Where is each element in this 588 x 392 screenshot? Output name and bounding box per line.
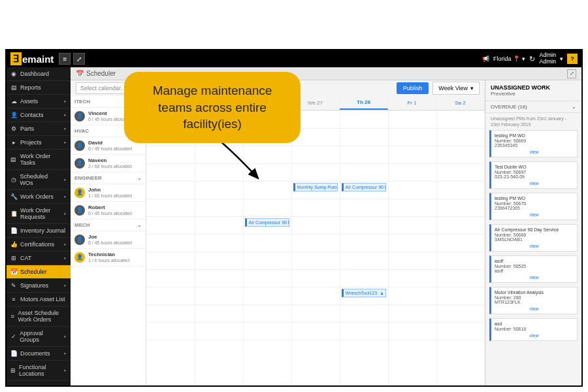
nav-work-order-requests[interactable]: 📋Work Order Requests▸ xyxy=(7,204,71,224)
nav-signatures[interactable]: ✎Signatures▸ xyxy=(7,279,71,293)
calendar-event[interactable]: WrenchTool123 ▲ xyxy=(342,289,387,297)
nav-scheduler[interactable]: 📅Scheduler xyxy=(7,265,71,279)
work-card[interactable]: testing PM WONumber: 506702396472365view xyxy=(489,193,578,220)
nav-icon: ✎ xyxy=(10,282,17,289)
nav-functional-locations[interactable]: ⊞Functional Locations▸ xyxy=(7,361,71,381)
nav-inventory-journal[interactable]: 📄Inventory Journal xyxy=(7,224,71,238)
refresh-icon[interactable]: ↻ xyxy=(529,55,535,63)
chevron-icon: ▸ xyxy=(64,255,67,261)
chevron-icon: ▸ xyxy=(64,99,67,104)
nav-cat[interactable]: ⊞CAT▸ xyxy=(7,252,71,265)
panel-note: Unassigned PMs from 23rd January - 23rd … xyxy=(485,113,581,130)
overdue-section[interactable]: OVERDUE (16)⌄ xyxy=(485,101,581,113)
nav-documents[interactable]: 📄Documents▸ xyxy=(7,347,71,361)
warning-icon: ▲ xyxy=(380,291,384,295)
expand-icon[interactable]: ⤢ xyxy=(73,53,85,65)
panel-title: UNASSIGNED WORK xyxy=(491,84,576,91)
chevron-icon: ▸ xyxy=(64,140,67,145)
view-link[interactable]: view xyxy=(495,244,574,248)
group-header[interactable]: MECH⌄ xyxy=(71,220,146,231)
nav-icon: ▤ xyxy=(10,156,17,163)
person-row[interactable]: 👤Technician1 / 6 hours allocated xyxy=(71,249,146,267)
announce-icon[interactable]: 📢 xyxy=(482,56,489,62)
day-header[interactable]: Sa 2 xyxy=(436,96,485,110)
publish-button[interactable]: Publish xyxy=(397,82,429,94)
view-link[interactable]: view xyxy=(495,150,574,154)
person-row[interactable]: 👤Robert0 / 45 hours allocated xyxy=(71,202,146,220)
chevron-icon: ▸ xyxy=(64,177,67,182)
work-card[interactable]: asdNumber: 50618view xyxy=(489,318,578,341)
person-row[interactable]: 👤Naveen2 / 60 hours allocated xyxy=(71,155,146,172)
nav-icon: ▸ xyxy=(10,139,17,146)
avatar: 👤 xyxy=(74,205,85,216)
work-card[interactable]: Air Compressor 90 Day ServiceNumber: 506… xyxy=(489,224,578,252)
topbar: Ǝemaint ≡ ⤢ 📢 Florida📍▾ ↻ Admin Admin ▾ … xyxy=(7,50,581,67)
work-card[interactable]: Test Dublin WONumber: 50697023-23-540-09… xyxy=(489,161,578,189)
chevron-down-icon: ⌄ xyxy=(137,222,142,228)
nav-icon: ▤ xyxy=(10,84,17,91)
calendar-icon: 📅 xyxy=(76,70,84,77)
nav-icon: 📋 xyxy=(10,210,17,217)
chevron-icon: ▸ xyxy=(64,126,67,131)
view-link[interactable]: view xyxy=(495,212,574,217)
day-header[interactable]: Fr 1 xyxy=(388,96,436,110)
work-card[interactable]: Motor Vibration AnalysisNumber: 280MTR12… xyxy=(489,287,578,314)
nav-dashboard[interactable]: ◉Dashboard xyxy=(7,67,71,81)
calendar-event[interactable]: Monthly Sump Pump... xyxy=(293,183,338,191)
nav-icon: 👍 xyxy=(10,241,17,248)
nav-contacts[interactable]: 👤Contacts▸ xyxy=(7,108,71,122)
nav-icon: 👤 xyxy=(10,112,17,118)
calendar-event[interactable]: Air Compressor 90 D... xyxy=(342,183,387,191)
view-link[interactable]: view xyxy=(495,333,574,338)
view-link[interactable]: view xyxy=(495,181,574,186)
avatar: 👤 xyxy=(74,252,85,263)
avatar: 👤 xyxy=(74,158,85,169)
day-header[interactable]: Th 28 xyxy=(340,96,388,110)
nav-icon: ≡ xyxy=(10,296,17,302)
chevron-icon: ▸ xyxy=(64,283,67,288)
avatar: 👤 xyxy=(74,111,85,122)
chevron-icon: ▸ xyxy=(64,242,67,247)
nav-motors-asset-list[interactable]: ≡Motors Asset List xyxy=(7,293,71,306)
user-menu[interactable]: Admin Admin xyxy=(539,52,556,65)
chevron-icon: ▸ xyxy=(64,112,67,118)
chevron-down-icon: ▾ xyxy=(470,85,474,91)
nav-assets[interactable]: ☁Assets▸ xyxy=(7,95,71,108)
chevron-icon: ▸ xyxy=(64,194,67,199)
sidebar: ◉Dashboard▤Reports☁Assets▸👤Contacts▸⚙Par… xyxy=(7,67,71,385)
menu-icon[interactable]: ≡ xyxy=(59,53,71,65)
person-row[interactable]: 👤John1 / 60 hours allocated xyxy=(71,184,146,202)
chevron-down-icon: ⌄ xyxy=(572,104,576,110)
nav-asset-schedule-work-orders[interactable]: ≡Asset Schedule Work Orders xyxy=(7,306,71,327)
nav-projects[interactable]: ▸Projects▸ xyxy=(7,136,71,150)
view-link[interactable]: view xyxy=(495,306,574,311)
nav-icon: ◷ xyxy=(10,176,17,183)
view-select[interactable]: Week View▾ xyxy=(433,82,480,95)
person-row[interactable]: 👤Joe0 / 45 hours allocated xyxy=(71,231,146,249)
nav-parts[interactable]: ⚙Parts▸ xyxy=(7,122,71,136)
nav-icon: ✓ xyxy=(10,333,16,340)
work-card[interactable]: testing PM WONumber: 50669235345345view xyxy=(489,130,578,157)
nav-certifications[interactable]: 👍Certifications▸ xyxy=(7,238,71,252)
nav-approval-groups[interactable]: ✓Approval Groups▸ xyxy=(7,327,71,347)
nav-reports[interactable]: ▤Reports xyxy=(7,81,71,95)
help-button[interactable]: ? xyxy=(567,54,578,64)
nav-scheduled-wos[interactable]: ◷Scheduled WOs▸ xyxy=(7,170,71,190)
nav-work-order-tasks[interactable]: ▤Work Order Tasks xyxy=(7,150,71,170)
location-selector[interactable]: Florida📍▾ xyxy=(493,56,526,62)
nav-work-orders[interactable]: 🔧Work Orders▸ xyxy=(7,190,71,204)
chevron-icon: ▸ xyxy=(64,211,67,216)
fullscreen-button[interactable]: ⤢ xyxy=(567,69,576,78)
nav-icon: 📄 xyxy=(10,350,17,357)
group-header[interactable]: ENGINEER⌄ xyxy=(71,172,146,184)
view-link[interactable]: view xyxy=(495,275,574,280)
calendar-event[interactable]: Air Compressor 90 D... xyxy=(245,218,290,227)
chevron-down-icon: ⌄ xyxy=(137,175,142,181)
nav-icon: ≡ xyxy=(10,313,14,319)
nav-icon: ⊞ xyxy=(10,255,17,261)
chevron-icon: ▸ xyxy=(64,334,67,339)
callout-annotation: Manage maintenance teams across entire f… xyxy=(124,72,301,143)
chevron-icon: ▸ xyxy=(64,351,67,356)
avatar: 👤 xyxy=(74,235,85,245)
work-card[interactable]: asdfNumber: 50525asdfview xyxy=(489,255,578,283)
